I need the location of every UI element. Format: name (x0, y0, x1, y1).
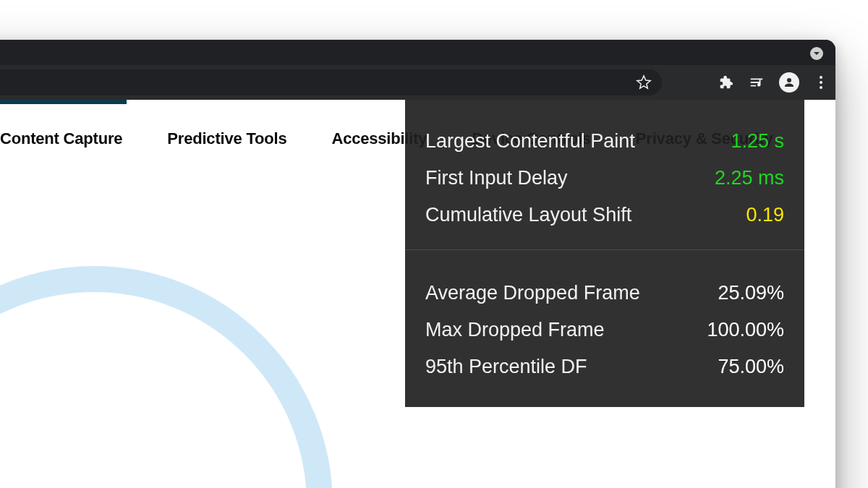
hud-value: 100.00% (707, 320, 784, 340)
screenshot-canvas: Content Capture Predictive Tools Accessi… (0, 0, 868, 488)
active-tab-indicator (0, 100, 127, 104)
hud-frames: Average Dropped Frame 25.09% Max Dropped… (405, 275, 804, 385)
hud-divider (405, 249, 804, 250)
nav-item-content-capture[interactable]: Content Capture (0, 129, 122, 148)
media-controls-icon[interactable] (749, 74, 765, 90)
hud-row-fid: First Input Delay 2.25 ms (425, 160, 784, 197)
hud-value: 75.00% (718, 357, 784, 377)
hud-row-cls: Cumulative Layout Shift 0.19 (425, 197, 784, 234)
hud-value: 1.25 s (731, 132, 784, 151)
browser-toolbar (0, 65, 835, 100)
hud-value: 25.09% (718, 283, 784, 303)
bookmark-star-icon[interactable] (636, 74, 652, 90)
extensions-icon[interactable] (718, 74, 734, 90)
tab-strip (0, 40, 835, 65)
profile-avatar-icon[interactable] (779, 72, 799, 93)
hero-decorative-circle (0, 266, 333, 488)
hud-row-lcp: Largest Contentful Paint 1.25 s (425, 123, 784, 160)
hud-row-avg-df: Average Dropped Frame 25.09% (425, 275, 784, 312)
hud-label: Cumulative Layout Shift (425, 205, 631, 225)
toolbar-actions (718, 65, 828, 100)
browser-chrome-header (0, 40, 835, 100)
nav-item-predictive-tools[interactable]: Predictive Tools (167, 129, 286, 148)
browser-window: Content Capture Predictive Tools Accessi… (0, 40, 835, 488)
bookmark-star-container (618, 69, 662, 95)
hud-label: First Input Delay (425, 168, 568, 188)
browser-menu-icon[interactable] (814, 74, 828, 90)
hud-value: 0.19 (746, 205, 784, 225)
hud-label: Largest Contentful Paint (425, 132, 635, 151)
hud-label: 95th Percentile DF (425, 357, 587, 377)
hud-label: Max Dropped Frame (425, 320, 605, 340)
address-bar[interactable] (0, 69, 662, 95)
hud-row-95p-df: 95th Percentile DF 75.00% (425, 348, 784, 385)
page-content: Content Capture Predictive Tools Accessi… (0, 100, 835, 488)
hud-row-max-df: Max Dropped Frame 100.00% (425, 312, 784, 348)
hud-web-vitals: Largest Contentful Paint 1.25 s First In… (405, 123, 804, 234)
hud-label: Average Dropped Frame (425, 283, 640, 303)
hud-value: 2.25 ms (715, 168, 784, 188)
tab-search-icon[interactable] (810, 47, 823, 60)
performance-hud-overlay: Largest Contentful Paint 1.25 s First In… (405, 100, 804, 407)
